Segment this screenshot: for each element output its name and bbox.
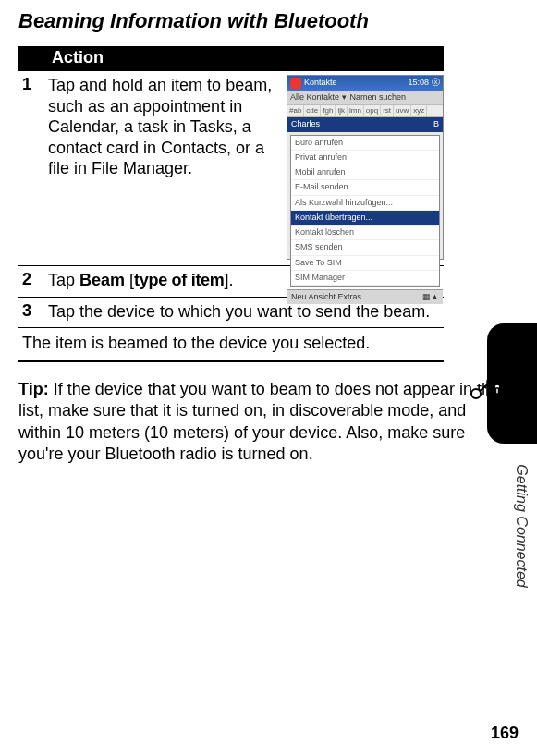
lock-key-icon bbox=[469, 362, 509, 403]
contact-name: Charles bbox=[291, 119, 320, 129]
contacts-app-screenshot: Kontakte 15:08 ⓧ Alle Kontakte ▾ Namen s… bbox=[287, 75, 444, 260]
search-names-field: Namen suchen bbox=[350, 92, 407, 103]
page-title: Beaming Information with Bluetooth bbox=[18, 9, 519, 33]
windows-logo-icon bbox=[290, 78, 301, 89]
menu-item: Kontakt löschen bbox=[291, 226, 439, 240]
step-2-prefix: Tap bbox=[48, 271, 79, 289]
step-1-row: 1 Tap and hold an item to beam, such as … bbox=[18, 71, 444, 266]
page-number: 169 bbox=[491, 724, 519, 743]
menu-item: Büro anrufen bbox=[291, 136, 439, 151]
step-1-number: 1 bbox=[18, 75, 48, 94]
close-icon: ⓧ bbox=[432, 78, 440, 88]
result-line: The item is beamed to the device you sel… bbox=[18, 328, 444, 362]
tip-label: Tip: bbox=[18, 380, 54, 398]
step-2-number: 2 bbox=[18, 270, 48, 289]
type-of-item: type of item bbox=[134, 271, 224, 289]
menu-item: Mobil anrufen bbox=[291, 165, 439, 180]
screenshot-titlebar: Kontakte 15:08 ⓧ bbox=[287, 76, 443, 91]
contact-row-selected: Charles B bbox=[287, 117, 443, 131]
svg-rect-2 bbox=[496, 388, 499, 394]
bracket-open: [ bbox=[125, 271, 134, 289]
action-header: Action bbox=[18, 46, 444, 71]
context-menu: Büro anrufen Privat anrufen Mobil anrufe… bbox=[290, 135, 440, 287]
side-section-label: Getting Connected bbox=[509, 453, 533, 610]
menu-item: Privat anrufen bbox=[291, 151, 439, 165]
menu-item-highlighted: Kontakt übertragen... bbox=[291, 211, 439, 226]
step-3-row: 3 Tap the device to which you want to se… bbox=[18, 298, 444, 329]
step-3-text: Tap the device to which you want to send… bbox=[48, 301, 444, 323]
screenshot-title: Kontakte bbox=[304, 78, 337, 88]
tip-body: If the device that you want to beam to d… bbox=[18, 380, 500, 463]
beam-label: Beam bbox=[79, 271, 125, 289]
menu-item: Als Kurzwahl hinzufügen... bbox=[291, 196, 439, 211]
svg-point-3 bbox=[471, 389, 481, 398]
step-3-number: 3 bbox=[18, 301, 48, 321]
contact-letter: B bbox=[433, 119, 439, 129]
menu-item: SMS senden bbox=[291, 240, 439, 255]
screenshot-toolbar: Alle Kontakte ▾ Namen suchen bbox=[287, 91, 443, 105]
side-section-text: Getting Connected bbox=[513, 464, 530, 587]
bracket-close: ]. bbox=[225, 271, 234, 289]
contacts-filter-dropdown: Alle Kontakte ▾ bbox=[290, 92, 347, 103]
step-1-text: Tap and hold an item to beam, such as an… bbox=[48, 75, 277, 260]
side-tab: Getting Connected bbox=[487, 323, 537, 582]
screenshot-time: 15:08 bbox=[408, 78, 429, 88]
action-table: Action 1 Tap and hold an item to beam, s… bbox=[18, 46, 444, 362]
alpha-tabs: #ab cde fgh ijk lmn opq rst uvw xyz bbox=[287, 105, 443, 117]
menu-item: Save To SIM bbox=[291, 256, 439, 271]
menu-item: E-Mail senden... bbox=[291, 180, 439, 195]
tip-paragraph: Tip: If the device that you want to beam… bbox=[18, 379, 504, 466]
